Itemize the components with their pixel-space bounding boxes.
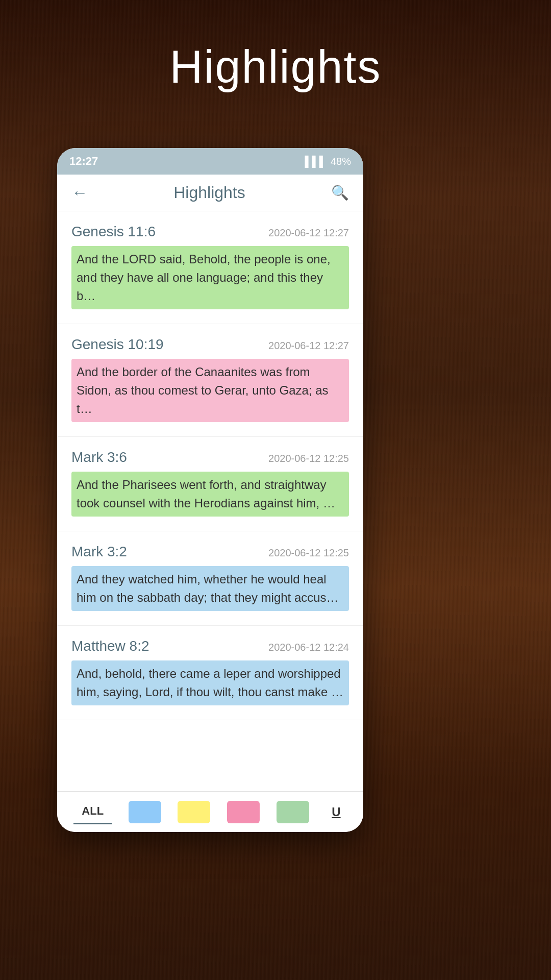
filter-underline-button[interactable]: U [325, 800, 346, 824]
filter-bar: ALL U [57, 791, 363, 832]
phone-frame: 12:27 ▌▌▌ 48% ← Highlights 🔍 Genesis 11:… [57, 148, 363, 832]
page-title-section: Highlights [0, 41, 551, 93]
highlight-ref: Matthew 8:2 [71, 638, 149, 654]
highlight-item[interactable]: Mark 3:2 2020-06-12 12:25 And they watch… [57, 531, 363, 626]
highlight-item[interactable]: Genesis 10:19 2020-06-12 12:27 And the b… [57, 324, 363, 437]
highlight-item[interactable]: Mark 3:6 2020-06-12 12:25 And the Pharis… [57, 437, 363, 531]
status-bar: 12:27 ▌▌▌ 48% [57, 148, 363, 175]
filter-green-button[interactable] [277, 801, 309, 823]
highlight-meta: Mark 3:2 2020-06-12 12:25 [71, 544, 349, 560]
search-button[interactable]: 🔍 [327, 180, 353, 205]
app-header: ← Highlights 🔍 [57, 175, 363, 211]
highlight-date: 2020-06-12 12:24 [268, 642, 349, 653]
filter-yellow-button[interactable] [178, 801, 210, 823]
highlight-text: And the LORD said, Behold, the people is… [71, 246, 349, 309]
filter-pink-button[interactable] [227, 801, 260, 823]
highlight-date: 2020-06-12 12:27 [268, 227, 349, 239]
highlight-date: 2020-06-12 12:25 [268, 453, 349, 464]
highlight-ref: Genesis 10:19 [71, 336, 164, 353]
highlight-ref: Genesis 11:6 [71, 224, 156, 240]
highlight-meta: Mark 3:6 2020-06-12 12:25 [71, 449, 349, 465]
highlight-item[interactable]: Genesis 11:6 2020-06-12 12:27 And the LO… [57, 211, 363, 324]
highlight-ref: Mark 3:2 [71, 544, 127, 560]
highlight-meta: Matthew 8:2 2020-06-12 12:24 [71, 638, 349, 654]
highlight-item[interactable]: Matthew 8:2 2020-06-12 12:24 And, behold… [57, 626, 363, 720]
highlight-text: And they watched him, whether he would h… [71, 566, 349, 611]
highlight-meta: Genesis 10:19 2020-06-12 12:27 [71, 336, 349, 353]
header-title: Highlights [173, 183, 245, 202]
status-battery: 48% [331, 156, 351, 167]
highlight-date: 2020-06-12 12:27 [268, 340, 349, 352]
highlight-ref: Mark 3:6 [71, 449, 127, 465]
back-button[interactable]: ← [67, 179, 92, 206]
status-time: 12:27 [69, 155, 98, 168]
status-signal: ▌▌▌ [305, 156, 327, 167]
highlight-text: And, behold, there came a leper and wors… [71, 660, 349, 705]
filter-blue-button[interactable] [129, 801, 161, 823]
highlight-date: 2020-06-12 12:25 [268, 547, 349, 559]
highlight-text: And the border of the Canaanites was fro… [71, 359, 349, 422]
highlight-meta: Genesis 11:6 2020-06-12 12:27 [71, 224, 349, 240]
highlights-list: Genesis 11:6 2020-06-12 12:27 And the LO… [57, 211, 363, 791]
status-icons: ▌▌▌ 48% [305, 156, 351, 167]
highlight-text: And the Pharisees went forth, and straig… [71, 472, 349, 517]
page-title: Highlights [0, 41, 551, 93]
filter-all-button[interactable]: ALL [73, 799, 112, 824]
